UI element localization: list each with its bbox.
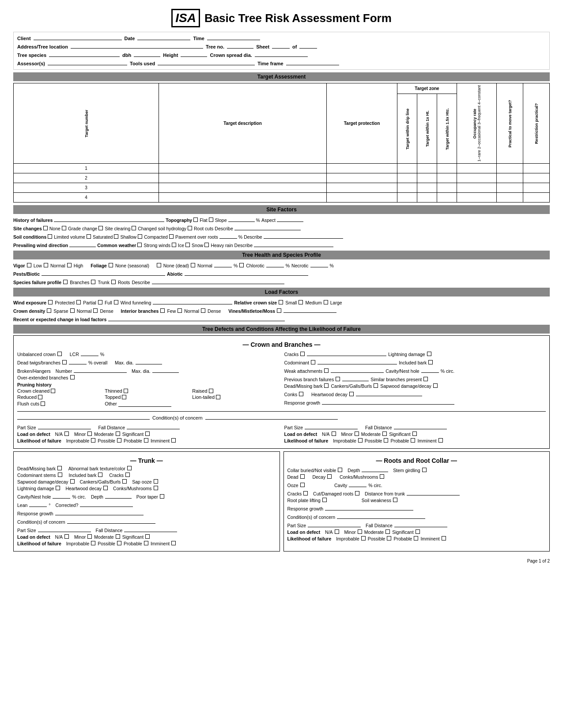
vines-value[interactable] xyxy=(283,307,336,313)
lcr-value[interactable] xyxy=(81,350,98,356)
na-right-checkbox[interactable] xyxy=(332,432,336,436)
trunk-significant-checkbox[interactable] xyxy=(145,534,150,539)
dense-checkbox[interactable] xyxy=(93,308,98,313)
pests-value[interactable] xyxy=(42,270,165,276)
heartwood-value[interactable] xyxy=(356,390,422,396)
trunk-sapwood-checkbox[interactable] xyxy=(70,479,75,484)
cracks-value[interactable] xyxy=(307,350,386,356)
dense2-checkbox[interactable] xyxy=(201,308,205,313)
roots-improbable-checkbox[interactable] xyxy=(361,536,366,540)
vigor-high-checkbox[interactable] xyxy=(67,263,72,267)
included-bark-checkbox[interactable] xyxy=(428,360,433,364)
wind-funneling-checkbox[interactable] xyxy=(114,300,118,304)
sheet-value[interactable] xyxy=(272,42,290,49)
trunk-depth-value[interactable] xyxy=(105,492,132,499)
history-value[interactable] xyxy=(54,216,164,222)
max-dia2-value[interactable] xyxy=(152,367,179,373)
roots-possible-checkbox[interactable] xyxy=(387,536,391,540)
dead-twigs-checkbox[interactable] xyxy=(62,360,67,364)
other-pruning-value[interactable] xyxy=(118,401,171,407)
foliage-none-checkbox[interactable] xyxy=(157,263,161,267)
slope-checkbox[interactable] xyxy=(209,218,213,222)
roots-probable-checkbox[interactable] xyxy=(414,536,418,540)
trunk-corrected-value[interactable] xyxy=(80,501,133,507)
flat-checkbox[interactable] xyxy=(193,218,198,222)
soil-pct-value[interactable] xyxy=(219,233,237,239)
improbable-left-checkbox[interactable] xyxy=(91,438,95,443)
trunk-abnormal-bark-checkbox[interactable] xyxy=(127,466,132,470)
trunk-heartwood-checkbox[interactable] xyxy=(103,486,108,490)
lightning-checkbox[interactable] xyxy=(427,352,431,356)
saturated-checkbox[interactable] xyxy=(87,234,91,239)
trunk-possible-checkbox[interactable] xyxy=(117,541,121,545)
assessors-value[interactable] xyxy=(48,59,127,65)
height-value[interactable] xyxy=(181,51,207,57)
flush-cuts-checkbox[interactable] xyxy=(41,402,45,406)
codominant-value[interactable] xyxy=(317,358,397,364)
cankers-checkbox[interactable] xyxy=(374,383,378,388)
medium-checkbox[interactable] xyxy=(299,300,303,304)
ice-checkbox[interactable] xyxy=(172,243,176,247)
few-checkbox[interactable] xyxy=(160,308,165,313)
roots-na-checkbox[interactable] xyxy=(335,529,339,534)
shallow-checkbox[interactable] xyxy=(114,234,118,239)
codominant-checkbox[interactable] xyxy=(311,360,315,364)
imminent-left-checkbox[interactable] xyxy=(171,438,176,443)
trunk-improbable-checkbox[interactable] xyxy=(91,541,95,545)
roots-depth-value[interactable] xyxy=(362,466,388,472)
possible-right-checkbox[interactable] xyxy=(384,438,388,443)
chlorotic-pct-value[interactable] xyxy=(266,261,284,267)
wind-funneling-value[interactable] xyxy=(153,298,232,304)
max-dia1-value[interactable] xyxy=(136,358,162,364)
trunk-lightning-checkbox[interactable] xyxy=(56,486,60,490)
weak-attachments-checkbox[interactable] xyxy=(324,368,329,373)
response-growth-value[interactable] xyxy=(322,398,454,405)
tools-used-value[interactable] xyxy=(158,59,255,65)
trunk-probable-checkbox[interactable] xyxy=(144,541,148,545)
roots-distance-value[interactable] xyxy=(407,489,460,495)
fall-distance-right-value[interactable] xyxy=(394,423,447,429)
soil-desc[interactable] xyxy=(264,233,343,239)
foliage-none-seasonal-checkbox[interactable] xyxy=(109,263,113,267)
full-checkbox[interactable] xyxy=(98,300,102,304)
tree-no-value[interactable] xyxy=(227,42,253,49)
table-row[interactable]: 4 xyxy=(14,193,550,203)
sapwood-checkbox[interactable] xyxy=(433,383,438,388)
roots-cracks-checkbox[interactable] xyxy=(303,491,308,495)
significant-right-checkbox[interactable] xyxy=(412,432,417,436)
conks-checkbox[interactable] xyxy=(299,392,303,396)
time-frame-value[interactable] xyxy=(286,59,339,65)
number-value[interactable] xyxy=(74,367,127,373)
trunk-dead-bark-checkbox[interactable] xyxy=(57,466,62,470)
roots-checkbox[interactable] xyxy=(111,280,116,284)
trunk-response-growth-value[interactable] xyxy=(55,509,144,515)
roots-response-growth-value[interactable] xyxy=(325,504,413,510)
partial-checkbox[interactable] xyxy=(76,300,81,304)
lion-tailed-checkbox[interactable] xyxy=(216,395,220,399)
significant-left-checkbox[interactable] xyxy=(145,432,150,436)
topped-checkbox[interactable] xyxy=(122,395,126,399)
necrotic-pct-value[interactable] xyxy=(310,261,328,267)
crown-spread-value[interactable] xyxy=(255,51,308,57)
pavement-checkbox[interactable] xyxy=(169,234,174,239)
trunk-fall-distance-value[interactable] xyxy=(124,526,177,532)
trunk-na-checkbox[interactable] xyxy=(64,534,69,539)
of-value[interactable] xyxy=(299,42,317,49)
abiotic-value[interactable] xyxy=(185,270,308,276)
foliage-normal-checkbox[interactable] xyxy=(191,263,195,267)
trunk-part-size-value[interactable] xyxy=(38,526,91,532)
small-checkbox[interactable] xyxy=(279,300,283,304)
protected-checkbox[interactable] xyxy=(48,300,53,304)
trunk-codominant-checkbox[interactable] xyxy=(58,473,62,477)
minor-left-checkbox[interactable] xyxy=(87,432,92,436)
trunk-poor-taper-checkbox[interactable] xyxy=(160,494,164,499)
roots-part-size-value[interactable] xyxy=(308,521,361,527)
roots-significant-checkbox[interactable] xyxy=(416,529,420,534)
compacted-checkbox[interactable] xyxy=(138,234,142,239)
table-row[interactable]: 1 xyxy=(14,164,550,173)
vigor-low-checkbox[interactable] xyxy=(27,263,31,267)
previous-branch-value[interactable] xyxy=(342,375,369,381)
part-size-left-value[interactable] xyxy=(38,423,91,429)
aspect-value[interactable] xyxy=(277,216,303,222)
trunk-conditions-value[interactable] xyxy=(67,518,155,524)
